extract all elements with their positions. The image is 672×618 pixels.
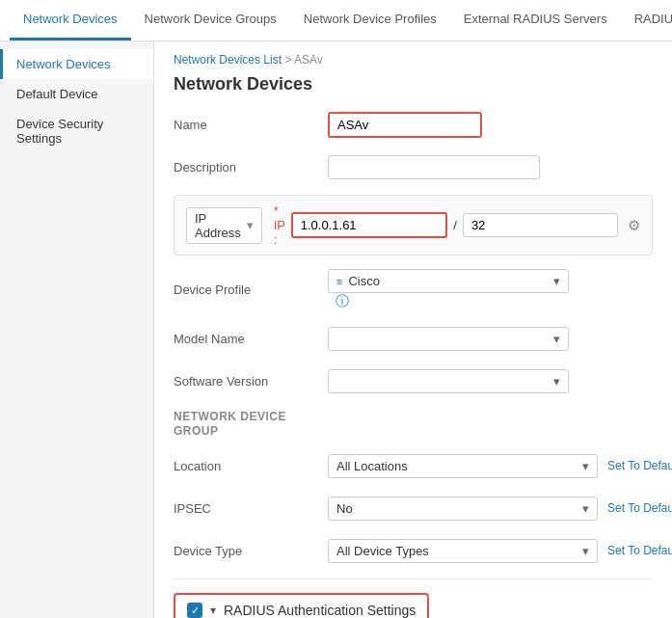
device-profile-chevron: ▾ bbox=[553, 274, 560, 288]
device-profile-value: Cisco bbox=[348, 274, 380, 288]
device-type-label: Device Type bbox=[174, 544, 328, 558]
main-layout: Network Devices Default Device Device Se… bbox=[0, 41, 672, 618]
ipsec-label: IPSEC bbox=[174, 501, 328, 516]
device-type-row: Device Type All Device Types ▾ Set To De… bbox=[174, 536, 653, 565]
name-input[interactable] bbox=[328, 112, 482, 138]
software-version-row: Software Version ▾ bbox=[174, 366, 653, 395]
location-row: Location All Locations ▾ Set To Default bbox=[174, 451, 653, 480]
ip-address-input[interactable] bbox=[291, 212, 447, 238]
model-name-chevron: ▾ bbox=[553, 332, 560, 346]
radius-section-header[interactable]: ✓ ▾ RADIUS Authentication Settings bbox=[174, 593, 429, 618]
section-divider bbox=[174, 578, 653, 579]
model-name-control: ▾ bbox=[328, 327, 653, 351]
ipsec-row: IPSEC No ▾ Set To Default bbox=[174, 494, 653, 523]
description-control bbox=[328, 155, 653, 179]
location-set-to-default[interactable]: Set To Default bbox=[607, 459, 672, 472]
device-profile-control: ≡ Cisco ▾ ⓘ bbox=[328, 269, 653, 310]
ndg-label: Network Device Group bbox=[174, 409, 328, 438]
location-value: All Locations bbox=[336, 459, 408, 473]
tab-network-device-groups[interactable]: Network Device Groups bbox=[131, 0, 290, 40]
ipsec-value: No bbox=[336, 501, 353, 516]
device-type-chevron: ▾ bbox=[582, 544, 589, 558]
ip-type-select[interactable]: IP Address ▾ bbox=[186, 207, 262, 244]
device-type-set-to-default[interactable]: Set To Default bbox=[607, 544, 672, 557]
software-version-chevron: ▾ bbox=[553, 374, 560, 389]
cisco-icon: ≡ bbox=[336, 276, 342, 287]
ip-slash: / bbox=[453, 218, 457, 232]
radius-section-title: RADIUS Authentication Settings bbox=[224, 603, 416, 618]
location-select[interactable]: All Locations ▾ bbox=[328, 454, 598, 478]
tab-external-radius-servers[interactable]: External RADIUS Servers bbox=[450, 0, 621, 40]
device-profile-select[interactable]: ≡ Cisco ▾ bbox=[328, 269, 569, 293]
model-name-label: Model Name bbox=[174, 332, 328, 346]
model-name-select[interactable]: ▾ bbox=[328, 327, 569, 351]
software-version-control: ▾ bbox=[328, 369, 653, 393]
radius-checkmark: ✓ bbox=[191, 605, 200, 617]
radius-checkbox[interactable]: ✓ bbox=[187, 603, 202, 618]
location-label: Location bbox=[174, 459, 328, 473]
location-control: All Locations ▾ Set To Default bbox=[328, 454, 672, 478]
tab-radius-server-sequences[interactable]: RADIUS Server Sequences bbox=[621, 0, 672, 40]
name-label: Name bbox=[174, 118, 328, 132]
main-content: Network Devices List > ASAv Network Devi… bbox=[154, 41, 672, 618]
tab-network-device-profiles[interactable]: Network Device Profiles bbox=[290, 0, 450, 40]
ip-type-label: IP Address bbox=[195, 211, 241, 240]
sidebar-item-device-security-settings[interactable]: Device Security Settings bbox=[0, 109, 153, 153]
device-profile-row: Device Profile ≡ Cisco ▾ ⓘ bbox=[174, 269, 653, 310]
breadcrumb-current: ASAv bbox=[294, 53, 323, 67]
description-label: Description bbox=[174, 160, 328, 175]
device-type-select[interactable]: All Device Types ▾ bbox=[328, 539, 598, 563]
sidebar: Network Devices Default Device Device Se… bbox=[0, 41, 154, 618]
description-row: Description bbox=[174, 152, 653, 181]
location-chevron: ▾ bbox=[582, 459, 589, 473]
ip-asterisk-label: * IP : bbox=[274, 203, 285, 247]
info-icon[interactable]: ⓘ bbox=[336, 293, 349, 309]
software-version-select[interactable]: ▾ bbox=[328, 369, 569, 393]
ipsec-control: No ▾ Set To Default bbox=[328, 497, 672, 521]
description-input[interactable] bbox=[328, 155, 540, 179]
ipsec-chevron: ▾ bbox=[582, 501, 589, 516]
name-control bbox=[328, 112, 653, 138]
ipsec-select[interactable]: No ▾ bbox=[328, 497, 598, 521]
ndg-section-header: Network Device Group bbox=[174, 409, 653, 438]
ndg-section-label: Network Device Group bbox=[174, 410, 286, 438]
breadcrumb: Network Devices List > ASAv bbox=[174, 53, 653, 67]
gear-icon[interactable]: ⚙ bbox=[628, 217, 640, 234]
breadcrumb-separator: > bbox=[284, 53, 291, 67]
software-version-label: Software Version bbox=[174, 374, 328, 389]
sidebar-item-network-devices[interactable]: Network Devices bbox=[0, 49, 153, 79]
page-title: Network Devices bbox=[174, 74, 653, 94]
breadcrumb-parent-link[interactable]: Network Devices List bbox=[174, 53, 282, 67]
ipsec-set-to-default[interactable]: Set To Default bbox=[607, 501, 672, 515]
model-name-row: Model Name ▾ bbox=[174, 324, 653, 353]
device-type-value: All Device Types bbox=[336, 544, 429, 558]
top-navigation: Network Devices Network Device Groups Ne… bbox=[0, 0, 672, 41]
tab-network-devices[interactable]: Network Devices bbox=[10, 0, 131, 40]
sidebar-item-default-device[interactable]: Default Device bbox=[0, 79, 153, 109]
device-type-control: All Device Types ▾ Set To Default bbox=[328, 539, 672, 563]
ip-address-row: IP Address ▾ * IP : / ⚙ bbox=[174, 195, 653, 255]
radius-expand-chevron: ▾ bbox=[210, 604, 216, 617]
device-profile-label: Device Profile bbox=[174, 282, 328, 297]
ip-prefix-input[interactable] bbox=[463, 213, 618, 237]
name-row: Name bbox=[174, 110, 653, 139]
ip-type-chevron: ▾ bbox=[247, 218, 254, 232]
